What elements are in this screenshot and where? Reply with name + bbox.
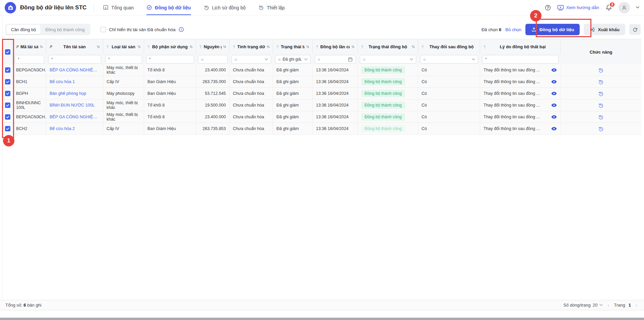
row-checkbox[interactable]	[5, 103, 10, 108]
filter-input-department[interactable]	[146, 55, 194, 64]
cell-cost: 263.735.000	[196, 76, 230, 87]
row-checkbox[interactable]	[5, 79, 10, 84]
sort-icon[interactable]	[223, 45, 227, 49]
segment-dong-bo-thanh-cong[interactable]: Đồng bộ thành công	[41, 25, 89, 34]
export-button[interactable]: Xuất khẩu	[584, 24, 625, 35]
cell-department: Tổ khối 8	[144, 100, 196, 111]
row-checkbox[interactable]	[5, 126, 10, 131]
history-action-icon[interactable]	[598, 114, 604, 120]
asset-name-link[interactable]: Bể cứu hỏa 1	[50, 79, 75, 84]
filter-data-status-select[interactable]: =	[232, 55, 271, 64]
eye-icon[interactable]	[551, 127, 557, 131]
cell-actions	[561, 123, 641, 134]
filter-changed-select[interactable]: =	[420, 55, 478, 64]
clear-selection-link[interactable]: Bỏ chọn	[505, 27, 521, 32]
filter-input-type[interactable]	[105, 55, 142, 64]
pin-icon[interactable]	[361, 45, 364, 49]
column-header-trang-thai-dong-bo[interactable]: Trạng thái đồng bộ	[358, 39, 418, 54]
column-header-nguyen-gia[interactable]: Nguyên giá	[196, 39, 230, 54]
column-header-loai-tai-san[interactable]: Loại tài sản	[103, 39, 144, 54]
guide-link[interactable]: Xem hướng dẫn	[557, 5, 599, 11]
pin-icon[interactable]	[199, 45, 202, 49]
row-checkbox[interactable]	[5, 67, 10, 73]
filter-sync-status-select[interactable]: =	[360, 55, 416, 64]
column-header-dong-bo-lan-cuoi[interactable]: Đồng bộ lần cuối	[313, 39, 358, 54]
rows-per-page-select[interactable]: Số dòng/trang 20	[563, 303, 603, 308]
asset-name-link[interactable]: Bàn ghế phòng họp	[50, 91, 86, 96]
pin-icon[interactable]	[421, 45, 425, 49]
avatar[interactable]	[619, 2, 630, 13]
chevron-down-icon[interactable]	[636, 6, 639, 9]
column-header-ly-do-that-bai[interactable]: Lý do đồng bộ thất bại	[480, 39, 561, 54]
pin-icon[interactable]	[232, 45, 236, 49]
home-icon	[7, 4, 14, 11]
sort-icon[interactable]	[351, 45, 355, 49]
pin-icon[interactable]	[15, 44, 20, 49]
sort-icon[interactable]	[189, 45, 193, 49]
column-header-ten-tai-san[interactable]: Tên tài sản	[46, 39, 103, 54]
cell-asset-code: BGPH	[13, 88, 46, 99]
history-action-icon[interactable]	[598, 126, 604, 132]
cell-asset-status: Đã ghi giảm	[273, 100, 313, 111]
select-all-checkbox[interactable]	[5, 49, 10, 55]
filter-input-name[interactable]	[48, 55, 101, 64]
tab-dong-bo-du-lieu[interactable]: Đồng bộ dữ liệu	[146, 0, 191, 15]
help-icon[interactable]	[544, 4, 551, 11]
sort-icon[interactable]	[411, 45, 415, 49]
row-checkbox-cell	[3, 64, 13, 76]
tab-tong-quan[interactable]: Tổng quan	[103, 0, 134, 15]
notification-bell[interactable]: 8	[605, 4, 613, 11]
next-page-icon[interactable]: ›	[634, 302, 639, 308]
upload-icon	[531, 27, 537, 33]
filter-input-fail-reason[interactable]	[482, 55, 559, 64]
column-header-trang-thai-tai-san[interactable]: Trạng thái tài sản	[273, 39, 313, 54]
row-checkbox[interactable]	[5, 91, 10, 96]
tab-lich-su-dong-bo[interactable]: Lịch sử đồng bộ	[204, 0, 246, 15]
eye-icon[interactable]	[551, 91, 557, 95]
pin-icon[interactable]	[483, 45, 487, 49]
row-checkbox[interactable]	[5, 114, 10, 120]
sort-icon[interactable]	[137, 45, 141, 49]
sort-icon[interactable]	[40, 45, 43, 49]
pin-icon[interactable]	[315, 45, 319, 49]
history-action-icon[interactable]	[598, 91, 604, 97]
eye-icon[interactable]	[551, 103, 557, 107]
sort-icon[interactable]	[266, 45, 270, 49]
sort-icon[interactable]	[96, 45, 100, 49]
column-header-ma-tai-san[interactable]: Mã tài sản	[13, 39, 46, 54]
filter-last-sync-date[interactable]: =	[315, 55, 356, 64]
column-header-tinh-trang-du-lieu[interactable]: Tình trạng dữ liệu	[230, 39, 273, 54]
tab-thiet-lap[interactable]: Thiết lập	[258, 0, 285, 15]
eye-icon[interactable]	[551, 68, 557, 72]
eye-icon[interactable]	[551, 115, 557, 119]
prev-page-icon[interactable]: ‹	[606, 302, 610, 308]
history-action-icon[interactable]	[598, 67, 604, 73]
sort-icon[interactable]	[306, 45, 310, 49]
column-header-bo-phan-su-dung[interactable]: Bộ phận sử dụng	[144, 39, 196, 54]
history-action-icon[interactable]	[598, 79, 604, 85]
cell-asset-type: Máy móc, thiết bị khác	[103, 100, 144, 111]
pin-icon[interactable]	[48, 44, 53, 49]
info-icon[interactable]	[179, 27, 184, 32]
standardized-checkbox[interactable]	[101, 27, 106, 32]
column-header-thay-doi-sau-dong-bo[interactable]: Thay đổi sau đồng bộ	[418, 39, 480, 54]
table-footer: Tổng số: 6 bản ghi Số dòng/trang 20 ‹ Tr…	[0, 300, 644, 310]
asset-name-link[interactable]: BÌNH ĐUN NƯỚC 100L	[50, 103, 95, 108]
sync-data-button[interactable]: Đồng bộ dữ liệu	[525, 24, 580, 35]
filter-cost[interactable]: =	[198, 55, 228, 64]
asset-name-link[interactable]: BẾP GA CÔNG NGHIỆP 3 C...	[50, 68, 100, 72]
segment-can-dong-bo[interactable]: Cần đồng bộ	[6, 25, 41, 34]
cell-asset-type: Cấp IV	[103, 76, 144, 87]
refresh-button[interactable]	[629, 24, 641, 35]
asset-name-link[interactable]: BẾP GA CÔNG NGHIỆP 3 C...	[50, 115, 100, 119]
sync-status-badge: Đồng bộ thành công	[361, 113, 405, 121]
filter-asset-status-select[interactable]: =Đã ghi giả...	[275, 55, 311, 64]
pin-icon[interactable]	[106, 45, 110, 49]
history-action-icon[interactable]	[598, 103, 604, 108]
pagination: Số dòng/trang 20 ‹ Trang 1 ›	[563, 302, 639, 308]
asset-name-link[interactable]: Bể cứu hỏa 2	[50, 126, 75, 131]
pin-icon[interactable]	[276, 45, 279, 49]
eye-icon[interactable]	[551, 80, 557, 84]
pin-icon[interactable]	[147, 45, 150, 49]
filter-input-code[interactable]	[15, 55, 44, 64]
